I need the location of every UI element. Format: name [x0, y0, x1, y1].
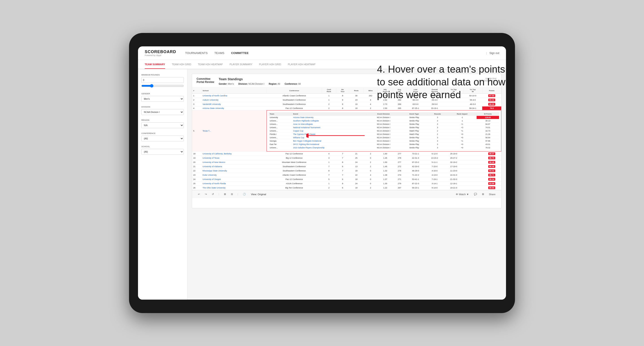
standings-title: Team Standings	[219, 77, 301, 81]
tab-player-summary[interactable]: PLAYER SUMMARY	[230, 60, 252, 69]
vs25-cell: 29-27-2	[444, 156, 463, 160]
low-score-cell: 42-20-0	[406, 165, 425, 169]
points-cell[interactable]: 88.70	[482, 156, 501, 160]
popup-row: Univers... Williams Cup NCAA Division I …	[268, 136, 499, 139]
region-select[interactable]: N/A East West	[141, 122, 184, 128]
no-tour-cell: 7	[336, 152, 349, 156]
school-cell[interactable]: University of Alabama	[201, 165, 266, 169]
rnds-cell: 19	[349, 102, 364, 106]
school-cell[interactable]: Auburn University	[201, 98, 266, 102]
points-cell[interactable]: 90.20	[482, 102, 501, 106]
zoom-in-button[interactable]: ⊞	[222, 192, 227, 196]
redo-button[interactable]: ↪	[204, 192, 208, 196]
reset-button[interactable]: ↺	[210, 192, 215, 196]
points-cell[interactable]: 83.41	[482, 169, 501, 173]
no-tour-cell: 6	[336, 165, 349, 169]
wins-cell: 0	[364, 156, 378, 160]
watch-button[interactable]: 👁 Watch ▼	[454, 192, 470, 196]
school-cell[interactable]: University of California, Berkeley	[201, 152, 266, 156]
nav-tournaments[interactable]: TOURNAMENTS	[185, 50, 208, 56]
school-cell[interactable]: University of New Mexico	[201, 160, 266, 165]
view-select[interactable]: View: Original	[250, 192, 268, 196]
nav-right: | Sign out	[486, 51, 499, 55]
school-cell[interactable]: The Ohio State University	[201, 186, 266, 190]
conf-rank-cell: 1	[322, 160, 336, 165]
vs25-cell: 19-21-0	[444, 186, 463, 190]
wins-cell: 4	[364, 98, 378, 102]
points-cell[interactable]: 83.89	[482, 181, 501, 186]
popup-event: Ben Hogan Collegiate Invitational	[292, 139, 366, 143]
nav-teams[interactable]: TEAMS	[214, 50, 224, 56]
school-cell[interactable]: Texas T...	[201, 110, 266, 152]
points-cell[interactable]: 88.07	[482, 152, 501, 156]
vs50-cell	[463, 160, 482, 165]
share-button[interactable]: Share	[488, 192, 497, 196]
gender-label: Gender	[141, 93, 184, 95]
filter-conference: Conference (All)	[141, 132, 184, 141]
points-cell[interactable]: 88.34	[482, 177, 501, 181]
school-cell[interactable]: University of Oregon	[201, 177, 266, 181]
points-cell[interactable]: 88.49	[482, 160, 501, 165]
popup-division: NCAA Division I	[366, 136, 401, 139]
school-cell[interactable]: Arizona State University	[201, 106, 266, 110]
clock-button[interactable]: 🕐	[242, 192, 247, 196]
zoom-out-button[interactable]: ⊟	[230, 192, 234, 196]
popup-team: Georgia	[268, 139, 292, 143]
popup-row: Univers... Southern Highlands Collegiate…	[268, 119, 499, 123]
popup-header-row: Team Event Event Division Event Type Rou…	[268, 112, 499, 116]
min-rounds-slider[interactable]	[141, 84, 184, 88]
points-cell[interactable]: 88.94	[482, 186, 501, 190]
sep2: |	[238, 193, 238, 195]
adj-score-cell: 2.50	[378, 106, 393, 110]
sep1: |	[218, 193, 219, 195]
nav-committee[interactable]: COMMITTEE	[231, 50, 248, 56]
avg-sg-cell: 269	[393, 102, 406, 106]
conference-select[interactable]: (All)	[141, 136, 184, 141]
points-cell[interactable]: 88.48	[482, 165, 501, 169]
col-rank: #	[192, 88, 201, 94]
tab-player-h2h-grid[interactable]: PLAYER H2H GRID	[259, 60, 281, 69]
school-cell[interactable]: Mississippi State University	[201, 169, 266, 173]
events-table: Team Event Event Division Event Type Rou…	[268, 112, 499, 150]
school-select[interactable]: (All)	[141, 149, 184, 155]
no-tour-cell: 8	[336, 160, 349, 165]
school-cell[interactable]: University of Texas	[201, 156, 266, 160]
vs25-cell: 21-32-0	[444, 177, 463, 181]
filters-sidebar: Minimum Rounds Gender Men's Women's Divi…	[138, 69, 187, 300]
tab-team-h2h-grid[interactable]: TEAM H2H GRID	[172, 60, 191, 69]
popup-division: NCAA Division I	[366, 123, 401, 126]
sign-out-link[interactable]: Sign out	[490, 51, 499, 55]
points-cell[interactable]: 88.71	[482, 173, 501, 177]
low-score-cell: 53-41-1	[406, 177, 425, 181]
tab-team-h2h-heatmap[interactable]: TEAM H2H HEATMAP	[198, 60, 223, 69]
popup-event: Southern Highlands Collegiate	[292, 119, 366, 123]
popup-w-points: 43.01	[476, 143, 499, 146]
school-cell[interactable]: University of North Carolina	[201, 94, 266, 98]
tab-player-h2h-heatmap[interactable]: PLAYER H2H HEATMAP	[288, 60, 316, 69]
tab-team-summary[interactable]: TEAM SUMMARY	[145, 60, 165, 69]
popup-type: Match Play	[401, 133, 428, 136]
table-row: 18 University of California, Berkeley Pa…	[192, 152, 501, 156]
undo-button[interactable]: ↩	[196, 192, 201, 196]
division-select[interactable]: NCAA Division I NCAA Division II NCAA Di…	[141, 109, 184, 115]
grid-button[interactable]: ⊞	[481, 192, 485, 196]
points-cell[interactable]: 79.5	[482, 106, 501, 110]
comment-button[interactable]: 💬	[472, 192, 478, 196]
popup-division: NCAA Division I	[366, 116, 401, 119]
school-cell[interactable]: Vanderbilt University	[201, 102, 266, 106]
school-cell[interactable]: Duke University	[201, 173, 266, 177]
popup-team: East Ter	[268, 143, 292, 146]
school-cell[interactable]: University of North Florida	[201, 181, 266, 186]
table-row: 4 Arizona State University Pac-12 Confer…	[192, 106, 501, 110]
conference-cell: Atlantic Coast Conference	[266, 173, 322, 177]
popup-row: East Ter DFCC Fighting Illini Invitation…	[268, 143, 499, 146]
main-content: Minimum Rounds Gender Men's Women's Divi…	[138, 69, 506, 300]
min-rounds-input[interactable]	[141, 77, 184, 83]
low-score-cell: 46-29-0	[406, 169, 425, 173]
region-label: Region	[141, 119, 184, 121]
conference-cell: Southeastern Conference	[266, 165, 322, 169]
gender-select[interactable]: Men's Women's	[141, 96, 184, 102]
vs25-cell: 25-19-0	[444, 152, 463, 156]
low-score-cell: 73-21-1	[406, 152, 425, 156]
nav-links: TOURNAMENTS TEAMS COMMITTEE	[185, 50, 486, 56]
